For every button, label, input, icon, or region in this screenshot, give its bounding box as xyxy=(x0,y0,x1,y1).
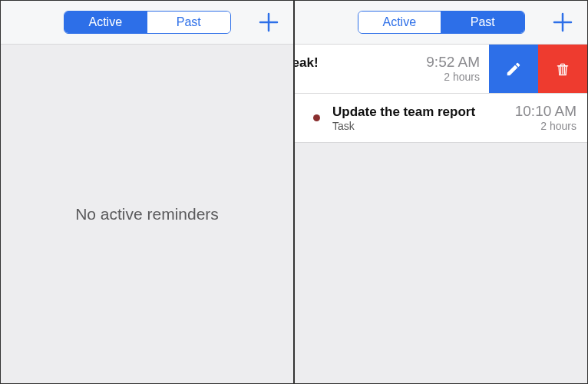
reminder-subtitle: Task xyxy=(332,120,515,132)
tab-past[interactable]: Past xyxy=(441,12,524,33)
segmented-control: Active Past xyxy=(64,11,231,34)
reminder-list: reak! 9:52 AM 2 hours Update the team re… xyxy=(295,45,587,143)
plus-icon xyxy=(258,12,279,33)
delete-button[interactable] xyxy=(538,45,587,93)
list-item[interactable]: reak! 9:52 AM 2 hours xyxy=(295,45,587,94)
reminder-time: 10:10 AM xyxy=(515,104,576,120)
reminder-title: Update the team report xyxy=(332,104,515,120)
text-column: Update the team report Task xyxy=(332,104,515,132)
tab-active[interactable]: Active xyxy=(64,12,147,33)
trash-icon xyxy=(555,61,570,78)
panel-past: Active Past reak! 9:52 AM 2 hours xyxy=(294,0,588,384)
reminder-time: 9:52 AM xyxy=(426,55,480,71)
segmented-control: Active Past xyxy=(358,11,525,34)
reminder-title: reak! xyxy=(295,55,319,71)
reminder-duration: 2 hours xyxy=(515,120,576,132)
add-button[interactable] xyxy=(552,12,573,33)
empty-state-text: No active reminders xyxy=(75,205,219,223)
list-body: reak! 9:52 AM 2 hours Update the team re… xyxy=(295,45,587,383)
tab-past[interactable]: Past xyxy=(147,12,230,33)
add-button[interactable] xyxy=(258,12,279,33)
status-dot-icon xyxy=(313,114,320,121)
list-item[interactable]: Update the team report Task 10:10 AM 2 h… xyxy=(295,94,587,143)
plus-icon xyxy=(552,12,573,33)
time-column: 9:52 AM 2 hours xyxy=(426,55,480,83)
list-body: No active reminders xyxy=(1,45,293,383)
toolbar: Active Past xyxy=(1,1,293,45)
time-column: 10:10 AM 2 hours xyxy=(515,104,576,132)
edit-button[interactable] xyxy=(489,45,538,93)
pencil-icon xyxy=(505,61,522,78)
tab-active[interactable]: Active xyxy=(358,12,441,33)
panel-active: Active Past No active reminders xyxy=(0,0,294,384)
reminder-duration: 2 hours xyxy=(426,71,480,83)
toolbar: Active Past xyxy=(295,1,587,45)
list-item-content: reak! 9:52 AM 2 hours xyxy=(295,45,489,93)
